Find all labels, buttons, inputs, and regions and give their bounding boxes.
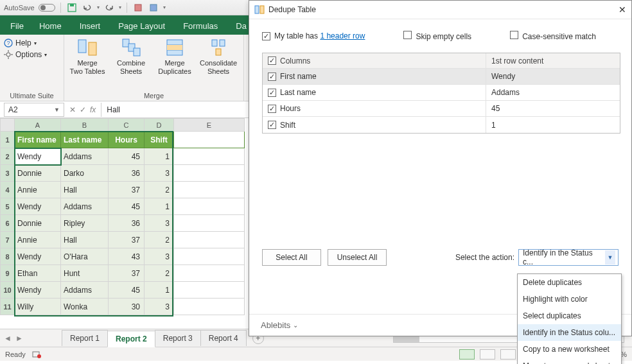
tab-insert[interactable]: Insert <box>71 17 110 35</box>
dropdown-item-select[interactable]: Select duplicates <box>518 308 621 324</box>
cell[interactable]: Last name <box>61 132 109 148</box>
help-button[interactable]: ?Help ▾ <box>4 37 60 49</box>
cell[interactable]: Addams <box>61 282 109 299</box>
qat-icon-2[interactable] <box>148 2 159 13</box>
cell[interactable] <box>174 232 245 248</box>
sheet-tab[interactable]: Report 1 <box>62 330 108 346</box>
chevron-down-icon[interactable]: ▼ <box>54 107 60 113</box>
merge-two-tables-button[interactable]: Merge Two Tables <box>68 37 107 75</box>
cell[interactable] <box>174 198 245 215</box>
row-header[interactable]: 5 <box>1 198 15 215</box>
checkbox-all[interactable] <box>268 56 276 65</box>
row-header[interactable]: 9 <box>1 265 15 282</box>
col-header-b[interactable]: B <box>61 119 109 132</box>
tab-page-layout[interactable]: Page Layout <box>109 17 174 35</box>
select-all-triangle[interactable] <box>1 119 15 132</box>
view-normal-button[interactable] <box>459 349 475 360</box>
cell[interactable]: 1 <box>145 198 174 215</box>
cell[interactable]: Addams <box>61 148 109 165</box>
view-page-layout-button[interactable] <box>480 349 495 360</box>
cell[interactable]: 1 <box>145 282 174 299</box>
cell[interactable]: 45 <box>109 282 145 299</box>
cell[interactable]: 30 <box>109 299 145 315</box>
opt-header-rows[interactable]: My table has 1 header row <box>262 31 365 40</box>
cell[interactable]: 2 <box>145 232 174 248</box>
cell[interactable] <box>174 248 245 265</box>
row-header[interactable]: 8 <box>1 248 15 265</box>
cell[interactable]: 36 <box>109 215 145 232</box>
dropdown-item-identify[interactable]: Identify in the Status colu... <box>518 324 621 341</box>
redo-dropdown-icon[interactable]: ▾ <box>119 4 121 10</box>
col-header-d[interactable]: D <box>145 119 174 132</box>
tab-file[interactable]: File <box>4 17 30 35</box>
row-header[interactable]: 3 <box>1 165 15 182</box>
cell[interactable]: 45 <box>109 198 145 215</box>
tab-home[interactable]: Home <box>30 17 71 35</box>
qat-icon-1[interactable] <box>132 2 144 13</box>
col-header-a[interactable]: A <box>15 119 61 132</box>
cell[interactable]: 3 <box>145 248 174 265</box>
consolidate-sheets-button[interactable]: Consolidate Sheets <box>199 37 238 75</box>
sheet-nav-prev-icon[interactable]: ◄ <box>4 334 12 343</box>
cell[interactable]: 3 <box>145 299 174 315</box>
cell[interactable]: 1 <box>145 148 174 165</box>
cell[interactable]: Ripley <box>61 215 109 232</box>
tab-formulas[interactable]: Formulas <box>174 17 227 35</box>
sheet-tab[interactable]: Report 4 <box>200 330 247 346</box>
column-row[interactable]: First nameWendy <box>263 69 620 85</box>
col-header-c[interactable]: C <box>109 119 145 132</box>
column-row[interactable]: Shift1 <box>263 117 620 133</box>
cell[interactable]: Shift <box>145 132 174 148</box>
row-header[interactable]: 7 <box>1 232 15 248</box>
checkbox-icon[interactable] <box>268 89 276 97</box>
enter-fx-icon[interactable]: ✓ <box>80 105 86 114</box>
col-header-e[interactable]: E <box>174 119 245 132</box>
header-row-link[interactable]: 1 header row <box>320 31 365 40</box>
cell[interactable]: 37 <box>109 182 145 198</box>
cell[interactable]: Annie <box>15 182 61 198</box>
sheet-tab-active[interactable]: Report 2 <box>107 331 155 347</box>
cell[interactable]: Willy <box>15 299 61 315</box>
fx-icon[interactable]: fx <box>90 105 96 114</box>
sheet-nav-next-icon[interactable]: ► <box>15 334 23 343</box>
cell[interactable]: Donnie <box>15 215 61 232</box>
dropdown-item-copy[interactable]: Copy to a new worksheet <box>518 341 621 358</box>
view-page-break-button[interactable] <box>500 349 516 360</box>
select-all-button[interactable]: Select All <box>262 249 321 266</box>
cell[interactable] <box>174 265 245 282</box>
dropdown-item-move[interactable]: Move to a new worksheet <box>518 358 621 364</box>
checkbox-icon[interactable] <box>268 121 276 129</box>
cell[interactable]: 45 <box>109 148 145 165</box>
cell[interactable]: 3 <box>145 215 174 232</box>
row-header[interactable]: 1 <box>1 132 15 148</box>
cell[interactable]: 3 <box>145 165 174 182</box>
cell[interactable]: 2 <box>145 182 174 198</box>
cell[interactable]: Wonka <box>61 299 109 315</box>
cell[interactable]: Wendy <box>15 198 61 215</box>
dropdown-item-highlight[interactable]: Highlight with color <box>518 291 621 308</box>
macro-record-icon[interactable] <box>32 351 41 358</box>
cell[interactable] <box>174 282 245 299</box>
cell[interactable]: 43 <box>109 248 145 265</box>
chevron-down-icon[interactable]: ⌄ <box>293 322 298 329</box>
combine-sheets-button[interactable]: Combine Sheets <box>112 37 150 75</box>
cell[interactable]: Hunt <box>61 265 109 282</box>
dropdown-item-delete[interactable]: Delete duplicates <box>518 274 621 291</box>
cell[interactable] <box>174 215 245 232</box>
options-button[interactable]: Options ▾ <box>4 49 60 60</box>
cell[interactable]: Hall <box>61 182 109 198</box>
name-box[interactable]: A2▼ <box>4 103 64 117</box>
chevron-down-icon[interactable]: ▼ <box>605 250 615 264</box>
cell[interactable]: Hours <box>109 132 145 148</box>
opt-case-sensitive[interactable]: Case-sensitive match <box>510 31 596 41</box>
undo-icon[interactable] <box>82 2 93 13</box>
cell[interactable]: Ethan <box>15 265 61 282</box>
cell[interactable]: Hall <box>61 232 109 248</box>
row-header[interactable]: 6 <box>1 215 15 232</box>
checkbox-icon[interactable] <box>268 73 276 81</box>
cancel-fx-icon[interactable]: ✕ <box>69 105 76 114</box>
cell[interactable] <box>174 299 245 315</box>
opt-skip-empty[interactable]: Skip empty cells <box>403 31 471 41</box>
cell[interactable]: Donnie <box>15 165 61 182</box>
checkbox-icon[interactable] <box>268 105 276 113</box>
